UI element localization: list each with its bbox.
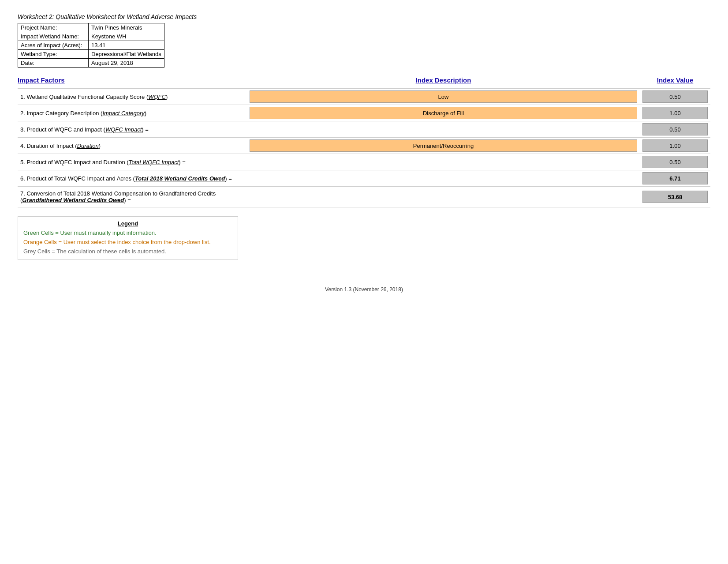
val-7-box: 53.68 [642, 191, 708, 203]
factor-6: 6. Product of Total WQFC Impact and Acre… [18, 170, 247, 186]
project-name-value: Twin Pines Minerals [89, 23, 164, 32]
val-2: 1.00 [640, 105, 710, 121]
footer-text: Version 1.3 (November 26, 2018) [325, 286, 403, 293]
acres-label: Acres of Impact (Acres): [18, 41, 89, 50]
desc-3 [247, 121, 640, 137]
desc-4-box[interactable]: Permanent/Reoccurring [250, 139, 637, 152]
desc-4[interactable]: Permanent/Reoccurring [247, 138, 640, 154]
val-3: 0.50 [640, 121, 710, 137]
table-row: 6. Product of Total WQFC Impact and Acre… [18, 170, 710, 186]
factor-4: 4. Duration of Impact (Duration) [18, 138, 247, 154]
val-1: 0.50 [640, 89, 710, 105]
val-5-box: 0.50 [642, 156, 708, 168]
table-row: 3. Product of WQFC and Impact (WQFC Impa… [18, 121, 710, 137]
wetland-type-value: Depressional/Flat Wetlands [89, 50, 164, 59]
desc-2-box[interactable]: Discharge of Fill [250, 107, 637, 119]
factor-1: 1. Wetland Qualitative Functional Capaci… [18, 89, 247, 105]
desc-1[interactable]: Low [247, 89, 640, 105]
legend-section: Legend Green Cells = User must manually … [18, 216, 238, 260]
val-3-box: 0.50 [642, 123, 708, 135]
factor-5: 5. Product of WQFC Impact and Duration (… [18, 154, 247, 170]
desc-5 [247, 154, 640, 170]
desc-6 [247, 170, 640, 186]
legend-title: Legend [23, 220, 232, 227]
legend-item-grey: Grey Cells = The calculation of these ce… [23, 247, 232, 256]
project-name-label: Project Name: [18, 23, 89, 32]
impact-wetland-label: Impact Wetland Name: [18, 32, 89, 41]
acres-value: 13.41 [89, 41, 164, 50]
val-5: 0.50 [640, 154, 710, 170]
table-row: 2. Impact Category Description (Impact C… [18, 105, 710, 121]
val-1-box: 0.50 [642, 90, 708, 103]
desc-2[interactable]: Discharge of Fill [247, 105, 640, 121]
legend-item-orange: Orange Cells = User must select the inde… [23, 238, 232, 247]
info-table: Project Name: Twin Pines Minerals Impact… [18, 23, 164, 68]
worksheet-title: Worksheet 2: Qualitative Worksheet for W… [18, 13, 710, 20]
desc-1-box[interactable]: Low [250, 90, 637, 103]
factor-3: 3. Product of WQFC and Impact (WQFC Impa… [18, 121, 247, 137]
val-2-box: 1.00 [642, 107, 708, 119]
val-7: 53.68 [640, 187, 710, 207]
footer: Version 1.3 (November 26, 2018) [18, 286, 710, 293]
table-row: 7. Conversion of Total 2018 Wetland Comp… [18, 186, 710, 207]
legend-item-green: Green Cells = User must manually input i… [23, 229, 232, 238]
impact-factors-header: Impact Factors [18, 76, 65, 84]
table-row: 1. Wetland Qualitative Functional Capaci… [18, 88, 710, 105]
val-6: 6.71 [640, 170, 710, 186]
wetland-type-label: Wetland Type: [18, 50, 89, 59]
val-4-box: 1.00 [642, 139, 708, 152]
date-label: Date: [18, 59, 89, 68]
desc-7 [247, 187, 640, 207]
date-value: August 29, 2018 [89, 59, 164, 68]
factor-2: 2. Impact Category Description (Impact C… [18, 105, 247, 121]
val-4: 1.00 [640, 138, 710, 154]
index-value-header: Index Value [657, 76, 694, 84]
impact-rows: 1. Wetland Qualitative Functional Capaci… [18, 88, 710, 207]
table-row: 4. Duration of Impact (Duration) Permane… [18, 137, 710, 154]
index-description-header: Index Description [416, 76, 471, 84]
table-row: 5. Product of WQFC Impact and Duration (… [18, 154, 710, 170]
val-6-box: 6.71 [642, 172, 708, 184]
factor-7: 7. Conversion of Total 2018 Wetland Comp… [18, 187, 247, 207]
section-headers: Impact Factors Index Description Index V… [18, 76, 710, 84]
impact-wetland-value: Keystone WH [89, 32, 164, 41]
